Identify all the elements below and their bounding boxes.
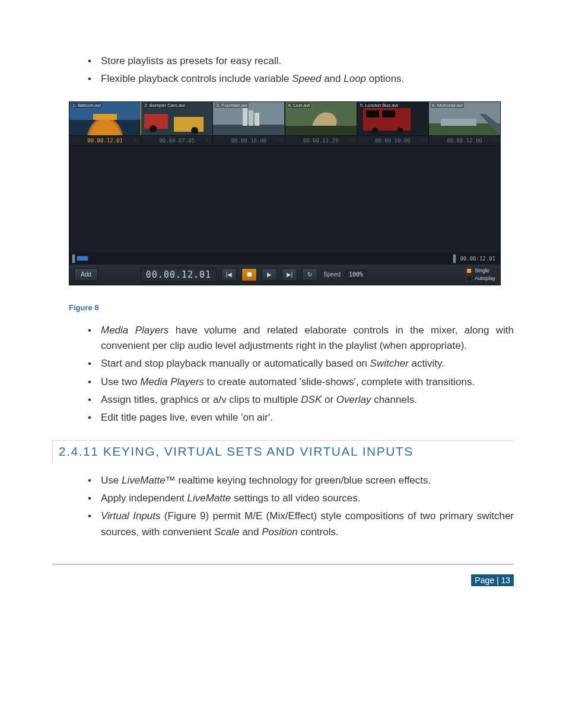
thumb-label: 5. London Bus.avi: [359, 103, 399, 108]
track-start-handle[interactable]: [72, 254, 75, 263]
list-item: Apply independent LiveMatte settings to …: [88, 491, 514, 506]
thumb-timecode: 00.00.12.01‹›: [69, 136, 141, 145]
list-item: Flexible playback controls include varia…: [88, 71, 514, 87]
svg-point-19: [372, 128, 378, 133]
svg-rect-23: [441, 119, 476, 126]
svg-rect-5: [174, 117, 203, 132]
svg-point-20: [397, 128, 403, 133]
svg-rect-10: [243, 108, 247, 126]
thumb-timecode: 00.00.10.00‹›: [357, 136, 429, 145]
page-number: Page | 13: [471, 574, 514, 586]
list-item: Edit title pages live, even while 'on ai…: [88, 410, 514, 425]
thumb-label: 6. Monorail.avi: [431, 103, 464, 108]
playlist-thumb-row: 1. Balloon.avi 2. Bumper Cars.avi 3. Fou…: [69, 102, 500, 136]
play-button[interactable]: ▶: [262, 268, 277, 281]
timeline-track[interactable]: 00.00:12.01: [69, 253, 500, 265]
mid-bullet-list: Media Players have volume and related el…: [52, 323, 514, 426]
svg-rect-12: [255, 113, 259, 126]
track-end-handle[interactable]: [453, 254, 456, 263]
thumb-label: 1. Balloon.avi: [71, 103, 102, 108]
thumb-label: 3. Fountain.avi: [215, 103, 248, 108]
svg-point-7: [191, 127, 198, 134]
speed-label: Speed: [323, 271, 341, 278]
playlist-thumb[interactable]: 2. Bumper Cars.avi: [141, 102, 213, 135]
thumb-timecode: 00.00.11.29‹›: [285, 136, 357, 145]
playlist-thumb[interactable]: 6. Monorail.avi: [429, 102, 500, 135]
checkbox-icon: [466, 275, 472, 282]
single-checkbox[interactable]: Single: [466, 268, 495, 274]
list-item: Use LiveMatte™ realtime keying technolog…: [88, 473, 514, 488]
top-bullet-list: Store playlists as presets for easy reca…: [52, 53, 514, 87]
list-item: Start and stop playback manually or auto…: [88, 356, 514, 371]
thumb-label: 4. Lion.avi: [287, 103, 311, 108]
playlist-body: [69, 146, 500, 253]
next-button[interactable]: ▶|: [282, 268, 297, 281]
loop-button[interactable]: ↻: [302, 268, 317, 281]
section-heading: 2.4.11 KEYING, VIRTUAL SETS AND VIRTUAL …: [59, 444, 514, 459]
list-item: Assign titles, graphics or a/v clips to …: [88, 392, 514, 408]
svg-point-6: [150, 125, 157, 132]
section-heading-box: 2.4.11 KEYING, VIRTUAL SETS AND VIRTUAL …: [52, 440, 514, 462]
svg-rect-14: [285, 126, 357, 135]
svg-rect-4: [144, 114, 168, 129]
list-item: Use two Media Players to create automate…: [88, 374, 514, 390]
svg-rect-17: [366, 110, 379, 117]
playlist-thumb[interactable]: 3. Fountain.avi: [213, 102, 285, 135]
list-item: Virtual Inputs (Figure 9) permit M/E (Mi…: [88, 508, 514, 540]
playlist-thumb[interactable]: 4. Lion.avi: [285, 102, 357, 135]
checkbox-icon: [466, 268, 472, 274]
list-item: Store playlists as presets for easy reca…: [88, 53, 514, 69]
svg-rect-9: [213, 125, 284, 135]
list-item: Media Players have volume and related el…: [88, 323, 514, 354]
svg-rect-2: [93, 114, 117, 120]
svg-rect-11: [249, 110, 253, 126]
timecode-display[interactable]: 00.00.12.01: [141, 268, 217, 282]
add-button[interactable]: Add: [74, 268, 98, 281]
bottom-bullet-list: Use LiveMatte™ realtime keying technolog…: [52, 473, 514, 540]
playlist-time-row: 00.00.12.01‹› 00.00.07.05‹› 00.00.10.00‹…: [69, 136, 500, 146]
playlist-thumb[interactable]: 1. Balloon.avi: [69, 102, 141, 135]
autoplay-checkbox[interactable]: Autoplay: [466, 275, 495, 282]
speed-value[interactable]: 100%: [345, 270, 367, 279]
stop-button[interactable]: [241, 268, 257, 281]
thumb-timecode: 00.00.10.00‹›: [213, 136, 285, 145]
transport-bar: Add 00.00.12.01 |◀ ▶ ▶| ↻ Speed 100% Sin…: [69, 265, 500, 285]
prev-button[interactable]: |◀: [221, 268, 237, 281]
thumb-timecode: 00.00.07.05‹›: [141, 136, 213, 145]
thumb-label: 2. Bumper Cars.avi: [143, 103, 186, 108]
svg-rect-18: [382, 110, 395, 117]
thumb-timecode: 00.00.12.00‹›: [429, 136, 500, 145]
figure-caption: Figure 8: [69, 303, 514, 312]
playlist-thumb[interactable]: 5. London Bus.avi: [357, 102, 429, 135]
track-duration: 00.00:12.01: [457, 256, 498, 262]
track-segment[interactable]: [77, 256, 88, 261]
figure-8: 1. Balloon.avi 2. Bumper Cars.avi 3. Fou…: [69, 101, 514, 285]
